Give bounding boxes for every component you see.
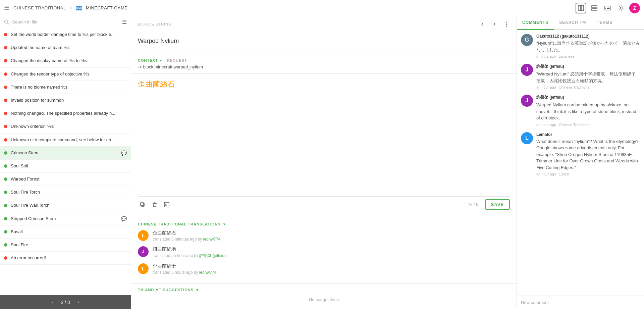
translation-entry: L 歪曲菌絲石 translated 8 minutes ago by leon… — [138, 230, 510, 242]
list-item[interactable]: Soul Fire Torch — [0, 186, 131, 199]
next-page-button[interactable]: → — [74, 299, 80, 306]
prev-string-button[interactable] — [478, 19, 487, 29]
tab-comments[interactable]: COMMENTS — [517, 16, 554, 30]
suggestions-header[interactable]: TM AND MT SUGGESTIONS ▼ — [138, 288, 510, 292]
avatar: J — [521, 64, 533, 76]
user-avatar[interactable]: Z — [629, 3, 640, 13]
sidebar: ☰ Set the world border damage time to %s… — [0, 16, 131, 309]
save-button[interactable]: SAVE — [485, 199, 510, 210]
svg-rect-9 — [605, 8, 606, 9]
status-dot — [4, 256, 7, 260]
tab-search-tm[interactable]: SEARCH TM — [554, 16, 591, 30]
svg-rect-2 — [592, 5, 597, 8]
suggestions-section: TM AND MT SUGGESTIONS ▼ No suggestions — [131, 284, 517, 309]
status-dot — [4, 191, 7, 194]
list-item[interactable]: Soul Fire — [0, 239, 131, 252]
list-item[interactable]: There is no biome named %s — [0, 81, 131, 94]
json-icon: JSON — [76, 6, 82, 10]
context-value: -> block.minecraft.warped_nylium — [138, 64, 510, 69]
source-string-text: Warped Nylium — [138, 38, 510, 45]
sidebar-list: Set the world border damage time to %s p… — [0, 28, 131, 295]
comment-entry: J 許榮棨 (jeffsiu) "Warped Nylium" 必須用十字搞獲取… — [521, 64, 640, 89]
list-item[interactable]: Set the world border damage time to %s p… — [0, 28, 131, 41]
list-item[interactable]: Changed the display name of %s to %s — [0, 54, 131, 67]
layout2-button[interactable] — [589, 3, 600, 13]
sidebar-item-text: There is no biome named %s — [11, 84, 127, 90]
status-dot — [4, 177, 7, 181]
settings-button[interactable] — [616, 3, 627, 13]
avatar: L — [138, 263, 149, 274]
next-string-button[interactable] — [490, 19, 499, 29]
author-link[interactable]: leonw774 — [203, 237, 220, 242]
translation-text: 歪曲菌絲士 — [153, 263, 510, 269]
avatar: L — [521, 132, 533, 144]
status-dot — [4, 164, 7, 168]
sidebar-item-text: An error occurred! — [11, 255, 127, 261]
status-dot — [4, 99, 7, 102]
filter-icon[interactable]: ☰ — [122, 19, 127, 25]
layout1-button[interactable] — [576, 3, 586, 13]
translations-list: L 歪曲菌絲石 translated 8 minutes ago by leon… — [138, 230, 510, 275]
comment-content: 許榮棨 (jeffsiu) "Warped Nylium" 必須用十字搞獲取、無… — [536, 64, 640, 89]
list-item[interactable]: Unknown criterion '%s' — [0, 120, 131, 133]
svg-rect-0 — [578, 5, 581, 11]
comment-meta: an hour ago Chinese Traditional — [536, 85, 640, 89]
list-item[interactable]: Warped Forest — [0, 173, 131, 186]
new-comment-area — [517, 296, 644, 309]
new-comment-input[interactable] — [521, 300, 640, 305]
comment-text: "Nylium"に該当する英単語が無かったので、菌糸とみなしました。 — [536, 40, 640, 53]
menu-icon[interactable]: ☰ — [4, 4, 9, 12]
list-item[interactable]: Stripped Crimson Stem 💬 — [0, 212, 131, 225]
sidebar-item-text: Soul Fire Torch — [11, 189, 127, 195]
translations-header[interactable]: CHINESE TRADITIONAL TRANSLATIONS ▼ — [138, 222, 510, 226]
tab-terms[interactable]: TERMS — [591, 16, 618, 30]
list-item[interactable]: Soul Soil — [0, 160, 131, 173]
source-string-area: Warped Nylium — [131, 32, 517, 54]
comment-icon[interactable]: 💬 — [121, 150, 127, 156]
sidebar-item-text: Crimson Stem — [11, 150, 118, 156]
comment-text: Warped Nylium can be mined up by pickaxe… — [536, 102, 640, 121]
status-dot — [4, 112, 7, 115]
translation-input[interactable] — [138, 79, 510, 196]
list-item[interactable]: Unknown or incomplete command, see below… — [0, 134, 131, 147]
comment-lang: Chinese Traditional — [559, 85, 590, 89]
list-item[interactable]: An error occurred! — [0, 252, 131, 265]
list-item[interactable]: Crimson Stem 💬 — [0, 147, 131, 160]
search-input[interactable] — [12, 19, 119, 24]
context-label[interactable]: CONTEXT ▼ — [138, 58, 163, 62]
center-header: SOURCE STRING — [131, 16, 517, 32]
right-panel: COMMENTSSEARCH TMTERMS G Gakuto1112 (gak… — [517, 16, 644, 309]
author-link[interactable]: 許榮棨 (jeffsiu) — [199, 253, 225, 258]
translation-input-area: Ω 13 / 5 SAVE — [131, 74, 517, 218]
right-tabs: COMMENTSSEARCH TMTERMS — [517, 16, 644, 30]
status-dot — [4, 138, 7, 142]
comment-time: an hour ago — [536, 123, 556, 127]
comment-username: Gakuto1112 (gakuto131112) — [536, 34, 640, 39]
svg-rect-19 — [141, 203, 144, 206]
app-title: CHINESE TRADITIONAL — [13, 5, 66, 10]
more-options-button[interactable] — [502, 19, 511, 29]
sidebar-item-text: Soul Soil — [11, 163, 127, 169]
list-item[interactable]: Changed the render type of objective %s — [0, 68, 131, 81]
comment-text: What does it mean "nylium"? What is the … — [536, 138, 640, 171]
delete-button[interactable] — [150, 200, 159, 209]
list-item[interactable]: Updated the name of team %s — [0, 41, 131, 54]
list-item[interactable]: Nothing changed. The specified propertie… — [0, 107, 131, 120]
translation-entry: L 歪曲菌絲士 translated 5 hours ago by leonw7… — [138, 263, 510, 275]
svg-text:Ω: Ω — [165, 203, 167, 207]
context-row: CONTEXT ▼ REQUEST — [138, 58, 510, 62]
special-chars-button[interactable]: Ω — [162, 200, 171, 209]
list-item[interactable]: Basalt — [0, 225, 131, 239]
author-link[interactable]: leonw774 — [199, 270, 216, 275]
list-item[interactable]: Invalid position for summon — [0, 94, 131, 107]
status-dot — [4, 204, 7, 207]
pagination-label: 2 / 3 — [61, 300, 70, 305]
prev-page-button[interactable]: ← — [51, 299, 57, 306]
sidebar-search: ☰ — [0, 16, 131, 28]
keyboard-button[interactable] — [602, 3, 613, 13]
list-item[interactable]: Soul Fire Wall Torch — [0, 199, 131, 212]
comment-time: an hour ago — [536, 172, 556, 176]
copy-button[interactable] — [138, 200, 147, 209]
source-string-label: SOURCE STRING — [137, 22, 478, 26]
comment-icon[interactable]: 💬 — [121, 216, 127, 221]
